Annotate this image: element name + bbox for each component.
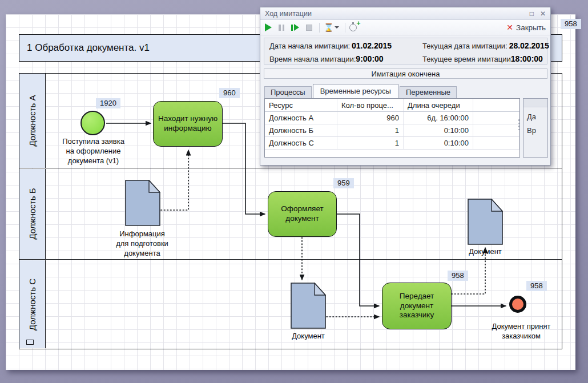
document-icon-doc2[interactable] (291, 283, 326, 329)
close-button-label: Закрыть (516, 23, 546, 32)
restore-window-icon[interactable]: □ (530, 10, 534, 18)
simulation-status-bar: Имитация окончена (264, 68, 547, 79)
panel-splitter[interactable] (518, 119, 521, 130)
side-panel-row-1: Да (523, 107, 547, 121)
current-time-value: 18:00:00 (511, 54, 543, 63)
toolbar-separator (319, 23, 320, 33)
start-date-label: Дата начала имитации: (269, 42, 350, 50)
end-event-label: Документ принят заказчиком (478, 322, 564, 341)
toolbar-separator (345, 23, 345, 33)
dialog-tabs: Процессы Временные ресурсы Переменные (264, 84, 458, 98)
side-panel-header (523, 99, 547, 107)
pause-button[interactable] (279, 25, 284, 31)
current-time-label: Текущее время имитации (422, 55, 511, 63)
cell-resource: Должность А (265, 112, 337, 124)
cell-resource: Должность С (265, 137, 337, 149)
close-simulation-button[interactable]: ✕ Закрыть (506, 23, 546, 32)
tab-processes[interactable]: Процессы (264, 86, 312, 98)
document-icon-doc3[interactable] (468, 199, 503, 245)
current-time-field: Текущее время имитации 18:00:00 (422, 54, 549, 64)
start-time-label: Время начала имитации: (269, 55, 356, 63)
stopwatch-icon: + (349, 24, 357, 31)
start-time-field: Время начала имитации: 9:00:00 (269, 54, 422, 64)
current-date-field: Текущая дата имитации: 28.02.2015 (422, 41, 549, 51)
column-header-process-count[interactable]: Кол-во проце... (337, 99, 404, 111)
start-time-value: 9:00:00 (356, 54, 383, 63)
dialog-titlebar[interactable]: Ход имитации □ ✕ (260, 7, 550, 20)
column-header-resource[interactable]: Ресурс (265, 99, 337, 111)
cell-empty (473, 124, 519, 136)
lane-c-label: Должность С (27, 279, 37, 330)
task-deliver-document-badge: 958 (448, 271, 468, 281)
plus-icon: + (356, 19, 360, 27)
simulation-info-panel: Дата начала имитации: 01.02.2015 Текущая… (264, 38, 547, 64)
tab-variables[interactable]: Переменные (400, 86, 457, 98)
table-row[interactable]: Должность С 1 0:10:00 (265, 137, 519, 150)
task-prepare-document-badge: 959 (333, 178, 354, 188)
stop-button[interactable] (306, 25, 312, 31)
document-info-label: Информация для подготовки документа (99, 229, 186, 259)
add-timer-button[interactable]: + (349, 24, 357, 31)
cell-count: 1 (337, 137, 404, 149)
tab-time-resources[interactable]: Временные ресурсы (313, 84, 398, 98)
dialog-toolbar: ⌛ + ✕ Закрыть (260, 20, 550, 35)
cell-queue: 0:10:00 (404, 137, 473, 149)
start-date-value: 01.02.2015 (352, 41, 392, 50)
close-window-icon[interactable]: ✕ (540, 10, 546, 18)
lane-b-label: Должность Б (27, 188, 37, 240)
resources-table: Ресурс Кол-во проце... Длина очереди Дол… (264, 98, 520, 158)
start-date-field: Дата начала имитации: 01.02.2015 (269, 41, 422, 51)
close-x-icon: ✕ (506, 23, 513, 32)
start-event-label: Поступила заявка на оформление документа… (49, 137, 138, 166)
partially-hidden-badge: 958 (561, 19, 581, 29)
lane-b-header[interactable]: Должность Б (19, 169, 46, 259)
document-doc2-label: Документ (272, 332, 344, 341)
cell-resource: Должность Б (265, 124, 337, 136)
cell-empty (473, 112, 519, 124)
start-event[interactable] (80, 111, 105, 135)
task-deliver-document[interactable]: Передает документ заказчику (382, 283, 452, 329)
table-row[interactable]: Должность А 960 6д. 16:00:00 (265, 112, 519, 124)
current-date-label: Текущая дата имитации: (422, 42, 508, 50)
column-header-empty (473, 99, 519, 111)
end-event[interactable] (509, 296, 526, 313)
play-button[interactable] (265, 23, 272, 31)
clipped-side-panel: Да Вр (523, 98, 548, 158)
task-find-information-badge: 960 (219, 88, 240, 98)
hourglass-icon[interactable]: ⌛ (324, 23, 333, 32)
document-icon-info[interactable] (125, 180, 160, 226)
task-prepare-document[interactable]: Оформляет документ (268, 191, 337, 237)
lane-c-header[interactable]: Должность С (19, 260, 46, 348)
table-header-row: Ресурс Кол-во проце... Длина очереди (265, 99, 519, 112)
chevron-down-icon[interactable] (335, 26, 339, 29)
application-window: 1 Обработка документа. v1 Должность А До… (0, 0, 588, 383)
lane-corner-icon (26, 340, 34, 345)
dialog-title: Ход имитации (265, 10, 523, 18)
column-header-queue-length[interactable]: Длина очереди (404, 99, 473, 111)
document-doc3-label: Документ (449, 247, 521, 257)
side-panel-row-2: Вр (523, 121, 547, 135)
end-event-badge: 958 (526, 281, 547, 291)
cell-count: 960 (337, 112, 404, 124)
simulation-dialog: Ход имитации □ ✕ ⌛ + ✕ Закрыть (260, 7, 551, 166)
lane-a-label: Должность А (27, 95, 37, 146)
cell-count: 1 (337, 124, 404, 136)
start-event-badge: 1920 (96, 98, 120, 108)
cell-queue: 0:10:00 (404, 124, 473, 136)
table-row[interactable]: Должность Б 1 0:10:00 (265, 124, 519, 137)
cell-empty (473, 137, 519, 149)
current-date-value: 28.02.2015 (509, 41, 549, 50)
cell-queue: 6д. 16:00:00 (404, 112, 473, 124)
step-button[interactable] (291, 24, 299, 31)
task-find-information[interactable]: Находит нужную информацию (153, 101, 223, 147)
lane-a-header[interactable]: Должность А (19, 74, 46, 168)
